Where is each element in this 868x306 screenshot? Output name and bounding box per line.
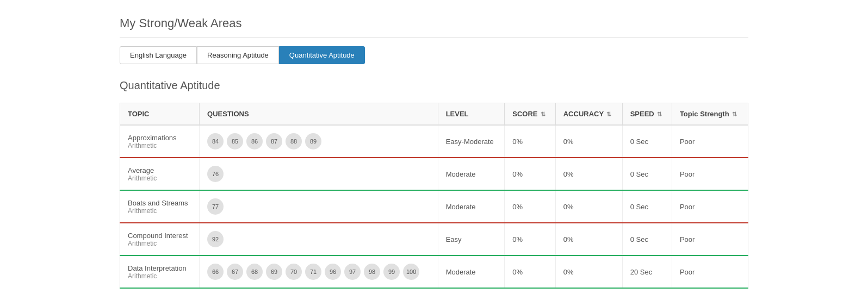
level-cell: Easy-Moderate [438, 125, 505, 158]
level-cell: Easy [438, 223, 505, 255]
question-badge[interactable]: 89 [305, 133, 321, 149]
table-row: AverageArithmetic76Moderate0%0%0 SecPoor [120, 158, 748, 190]
table-row: Data InterpretationArithmetic66676869707… [120, 255, 748, 288]
topic-cell: Compound InterestArithmetic [120, 223, 200, 255]
col-header-level: LEVEL [438, 103, 505, 126]
strength-cell: Poor [672, 158, 748, 190]
sort-icon-accuracy: ⇅ [605, 111, 611, 117]
sort-icon-score: ⇅ [539, 111, 545, 117]
strength-cell: Poor [672, 223, 748, 255]
section-title: Quantitative Aptitude [120, 79, 748, 92]
speed-cell: 20 Sec [622, 255, 672, 288]
topic-name: Average [128, 166, 191, 174]
speed-cell: 0 Sec [622, 223, 672, 255]
question-badge[interactable]: 100 [403, 264, 419, 280]
score-cell: 0% [505, 255, 555, 288]
topic-name: Approximations [128, 134, 191, 142]
question-badge[interactable]: 86 [246, 133, 263, 149]
question-badge[interactable]: 92 [207, 231, 224, 247]
question-badge[interactable]: 69 [266, 264, 282, 280]
col-header-questions: QUESTIONS [200, 103, 438, 126]
accuracy-cell: 0% [555, 255, 622, 288]
accuracy-cell: 0% [555, 158, 622, 190]
strength-cell: Poor [672, 255, 748, 288]
table-header-row: TOPICQUESTIONSLEVELSCORE ⇅ACCURACY ⇅SPEE… [120, 103, 748, 126]
col-header-topic: TOPIC [120, 103, 200, 126]
question-badge[interactable]: 98 [364, 264, 380, 280]
topic-sub: Arithmetic [128, 174, 191, 182]
speed-cell: 0 Sec [622, 125, 672, 158]
strength-cell: Poor [672, 125, 748, 158]
question-badge[interactable]: 96 [325, 264, 341, 280]
page-title: My Strong/Weak Areas [120, 16, 748, 38]
level-cell: Moderate [438, 158, 505, 190]
question-badge[interactable]: 68 [246, 264, 263, 280]
questions-cell: 92 [200, 223, 438, 255]
table-head: TOPICQUESTIONSLEVELSCORE ⇅ACCURACY ⇅SPEE… [120, 103, 748, 126]
topic-sub: Arithmetic [128, 272, 191, 280]
sort-icon-strength: ⇅ [730, 111, 737, 117]
sort-icon-speed: ⇅ [655, 111, 662, 117]
page-container: My Strong/Weak Areas English LanguageRea… [0, 0, 868, 305]
topic-name: Boats and Streams [128, 199, 191, 207]
tab-bar: English LanguageReasoning AptitudeQuanti… [120, 46, 748, 64]
topic-sub: Arithmetic [128, 207, 191, 215]
table-row: ApproximationsArithmetic848586878889Easy… [120, 125, 748, 158]
tab-english[interactable]: English Language [120, 46, 197, 64]
table-row: Boats and StreamsArithmetic77Moderate0%0… [120, 190, 748, 223]
question-badge[interactable]: 76 [207, 166, 224, 182]
question-badge[interactable]: 70 [286, 264, 302, 280]
questions-cell: 848586878889 [200, 125, 438, 158]
topic-sub: Arithmetic [128, 240, 191, 247]
level-cell: Moderate [438, 255, 505, 288]
question-badge[interactable]: 85 [227, 133, 243, 149]
questions-cell: 76 [200, 158, 438, 190]
col-header-speed[interactable]: SPEED ⇅ [622, 103, 672, 126]
col-header-strength[interactable]: Topic Strength ⇅ [672, 103, 748, 126]
question-badge[interactable]: 88 [286, 133, 302, 149]
topic-sub: Arithmetic [128, 142, 191, 149]
level-cell: Moderate [438, 190, 505, 223]
col-header-score[interactable]: SCORE ⇅ [505, 103, 555, 126]
question-badge[interactable]: 77 [207, 198, 224, 215]
strength-cell: Poor [672, 190, 748, 223]
score-cell: 0% [505, 158, 555, 190]
table-row: Compound InterestArithmetic92Easy0%0%0 S… [120, 223, 748, 255]
table-body: ApproximationsArithmetic848586878889Easy… [120, 125, 748, 288]
score-cell: 0% [505, 190, 555, 223]
question-badge[interactable]: 71 [305, 264, 321, 280]
question-badge[interactable]: 67 [227, 264, 243, 280]
topic-cell: Data InterpretationArithmetic [120, 255, 200, 288]
question-badge[interactable]: 66 [207, 264, 224, 280]
accuracy-cell: 0% [555, 125, 622, 158]
col-header-accuracy[interactable]: ACCURACY ⇅ [555, 103, 622, 126]
score-cell: 0% [505, 125, 555, 158]
topic-cell: Boats and StreamsArithmetic [120, 190, 200, 223]
score-cell: 0% [505, 223, 555, 255]
main-table: TOPICQUESTIONSLEVELSCORE ⇅ACCURACY ⇅SPEE… [120, 103, 748, 289]
accuracy-cell: 0% [555, 223, 622, 255]
accuracy-cell: 0% [555, 190, 622, 223]
tab-quantitative[interactable]: Quantitative Aptitude [279, 46, 365, 64]
speed-cell: 0 Sec [622, 190, 672, 223]
speed-cell: 0 Sec [622, 158, 672, 190]
topic-cell: AverageArithmetic [120, 158, 200, 190]
topic-name: Data Interpretation [128, 264, 191, 272]
tab-reasoning[interactable]: Reasoning Aptitude [197, 46, 279, 64]
question-badge[interactable]: 84 [207, 133, 224, 149]
topic-name: Compound Interest [128, 232, 191, 240]
question-badge[interactable]: 97 [344, 264, 361, 280]
questions-cell: 77 [200, 190, 438, 223]
topic-cell: ApproximationsArithmetic [120, 125, 200, 158]
questions-cell: 66676869707196979899100 [200, 255, 438, 288]
question-badge[interactable]: 99 [383, 264, 400, 280]
question-badge[interactable]: 87 [266, 133, 282, 149]
